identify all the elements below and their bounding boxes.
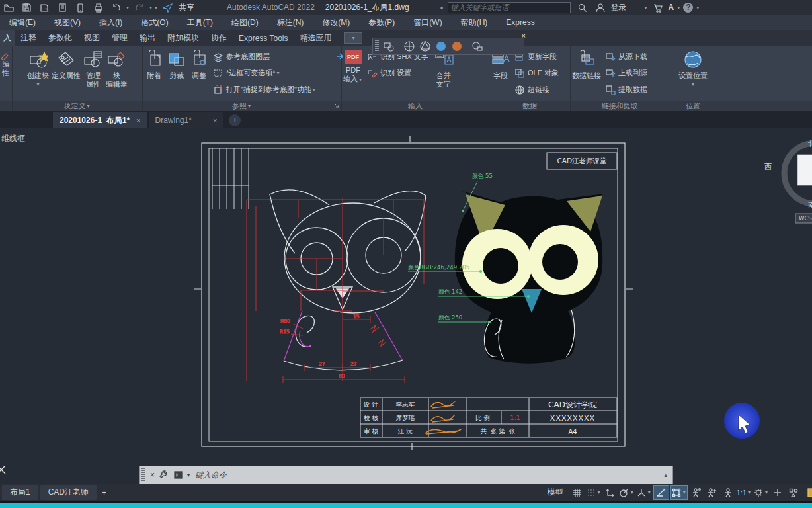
customize-wrench-icon[interactable]: [159, 470, 169, 480]
recent-commands-icon[interactable]: [173, 470, 184, 480]
hyperlink-row[interactable]: 超链接: [514, 81, 559, 98]
annotation-autoscale-toggle[interactable]: [705, 486, 719, 499]
workspace-switching-gear[interactable]: ▾: [753, 486, 769, 499]
2d-wireframe-icon[interactable]: [382, 40, 395, 52]
viewcube[interactable]: 北 西 南 WCS: [764, 140, 812, 223]
qat-more-icon[interactable]: ▾: [155, 5, 157, 11]
layout-tab-layout1[interactable]: 布局1: [2, 485, 38, 500]
reference-panel-title[interactable]: 参照▾: [143, 101, 341, 111]
viewcube-wcs-label[interactable]: WCS: [799, 215, 812, 222]
clipped-label-1[interactable]: 编: [3, 60, 10, 69]
layout-drawing[interactable]: CAD江老师课堂: [0, 128, 812, 484]
snap-to-underlay-row[interactable]: 打开"捕捉到参考底图"功能 ▾: [213, 81, 317, 98]
recognition-settings-row[interactable]: 识别 设置: [367, 65, 428, 81]
new-layout-button[interactable]: +: [97, 486, 112, 499]
isometric-drafting-toggle[interactable]: ▾: [636, 486, 652, 499]
mobile-icon[interactable]: [75, 3, 85, 13]
plot-icon[interactable]: [58, 3, 67, 13]
app-store-icon[interactable]: A: [669, 3, 674, 12]
extract-data-row[interactable]: 提取数据: [605, 81, 647, 98]
tab-addins[interactable]: 附加模块: [161, 30, 205, 46]
redo-caret-icon[interactable]: ▾: [149, 5, 152, 11]
annotation-scale-icon[interactable]: [721, 486, 735, 499]
reference-dialog-launcher-icon[interactable]: [334, 103, 339, 108]
upload-to-source-row[interactable]: 上载到源: [605, 65, 647, 81]
share-label[interactable]: 共享: [179, 2, 194, 13]
object-snap-toggle[interactable]: ▾: [670, 485, 688, 500]
file-tab-close-icon[interactable]: ×: [213, 116, 217, 124]
download-from-source-row[interactable]: 从源下载: [605, 48, 647, 65]
menu-insert[interactable]: 插入(I): [99, 17, 122, 28]
menu-help[interactable]: 帮助(H): [461, 17, 488, 28]
recent-commands-caret-icon[interactable]: ▾: [187, 472, 190, 478]
save-as-icon[interactable]: [40, 3, 50, 13]
manage-attributes-button[interactable]: 管理 属性: [83, 48, 103, 89]
clean-screen-toggle[interactable]: [802, 486, 812, 499]
annotation-visibility-toggle[interactable]: [689, 486, 704, 499]
tab-insert-clipped[interactable]: 入: [0, 30, 15, 46]
search-icon[interactable]: [577, 3, 587, 13]
command-input[interactable]: 键入命令: [195, 470, 227, 481]
ole-object-row[interactable]: OLE 对象: [514, 65, 559, 81]
ribbon-display-toggle[interactable]: ▾: [344, 32, 362, 44]
new-drawing-tab-button[interactable]: +: [229, 114, 241, 126]
undo-caret-icon[interactable]: ▾: [126, 5, 129, 11]
block-editor-button[interactable]: 块 编辑器: [106, 48, 128, 89]
search-input[interactable]: [448, 2, 571, 13]
undo-icon[interactable]: [111, 3, 121, 13]
grid-toggle[interactable]: [570, 486, 585, 499]
customization-plus-button[interactable]: [770, 486, 785, 499]
pdf-import-button[interactable]: PDF PDF 输入▾: [343, 48, 363, 84]
tab-annotate[interactable]: 注释: [15, 30, 42, 46]
print-icon[interactable]: [93, 3, 103, 13]
shaded-style-icon[interactable]: [434, 40, 448, 52]
link-extraction-panel-title[interactable]: 链接和提取: [571, 101, 669, 111]
tab-output[interactable]: 输出: [134, 30, 161, 46]
edit-attribute-icon[interactable]: [0, 50, 10, 60]
menu-parametric[interactable]: 参数(P): [368, 17, 395, 28]
clip-button[interactable]: 剪裁: [167, 48, 186, 80]
menu-draw[interactable]: 绘图(D): [231, 17, 259, 28]
viewcube-north-label[interactable]: 北: [807, 140, 812, 148]
create-block-button[interactable]: 创建块 ▾: [27, 48, 49, 89]
command-history-icon[interactable]: ▴: [664, 472, 667, 478]
tab-view[interactable]: 视图: [78, 30, 106, 46]
attach-button[interactable]: 附着: [144, 48, 164, 80]
file-tab-current[interactable]: 20201026-1_布局1* ×: [53, 112, 147, 128]
menu-edit[interactable]: 编辑(E): [9, 17, 36, 28]
file-tab-close-icon[interactable]: ×: [136, 116, 140, 124]
adjust-button[interactable]: 调整: [189, 48, 209, 80]
toolbar-grip[interactable]: [375, 40, 379, 52]
define-attributes-button[interactable]: 定义属性: [52, 48, 81, 80]
frames-vary-row[interactable]: *边框可变选项* ▾: [213, 65, 317, 81]
signin-label[interactable]: 登录: [611, 2, 627, 13]
polar-tracking-toggle[interactable]: ▾: [619, 486, 635, 499]
cart-icon[interactable]: [653, 3, 663, 13]
wireframe-style-icon[interactable]: [403, 40, 416, 52]
visual-styles-manager-icon[interactable]: [471, 40, 484, 52]
apps-caret-icon[interactable]: ▾: [677, 5, 680, 11]
ortho-toggle[interactable]: [603, 486, 618, 499]
layout-tab-cad-teacher[interactable]: CAD江老师: [40, 485, 97, 500]
data-link-button[interactable]: 数据链接: [572, 48, 601, 80]
command-line-grip[interactable]: [141, 468, 145, 482]
wireframe-cat[interactable]: [270, 190, 426, 370]
menu-format[interactable]: 格式(O): [141, 17, 168, 28]
menu-dimension[interactable]: 标注(N): [277, 17, 304, 28]
viewcube-west-label[interactable]: 西: [764, 163, 772, 171]
viewcube-south-label[interactable]: 南: [808, 201, 812, 210]
open-file-icon[interactable]: [4, 3, 14, 13]
block-definition-panel-title[interactable]: 块定义▾: [13, 101, 142, 111]
isolate-objects-toggle[interactable]: [786, 486, 801, 499]
signin-caret-icon[interactable]: ▾: [645, 5, 647, 11]
colored-cat[interactable]: [455, 191, 604, 364]
tab-express-tools[interactable]: Express Tools: [233, 31, 294, 46]
help-icon[interactable]: ?: [683, 3, 693, 13]
menu-modify[interactable]: 修改(M): [322, 17, 350, 28]
command-line-close-icon[interactable]: ×: [150, 470, 155, 480]
drawing-canvas[interactable]: 维线框 CAD江老师课堂: [0, 128, 812, 484]
share-icon[interactable]: [163, 3, 173, 13]
menu-view[interactable]: 视图(V): [54, 17, 81, 28]
import-panel-title[interactable]: 输入: [342, 101, 489, 111]
snap-toggle[interactable]: ▾: [586, 486, 602, 499]
